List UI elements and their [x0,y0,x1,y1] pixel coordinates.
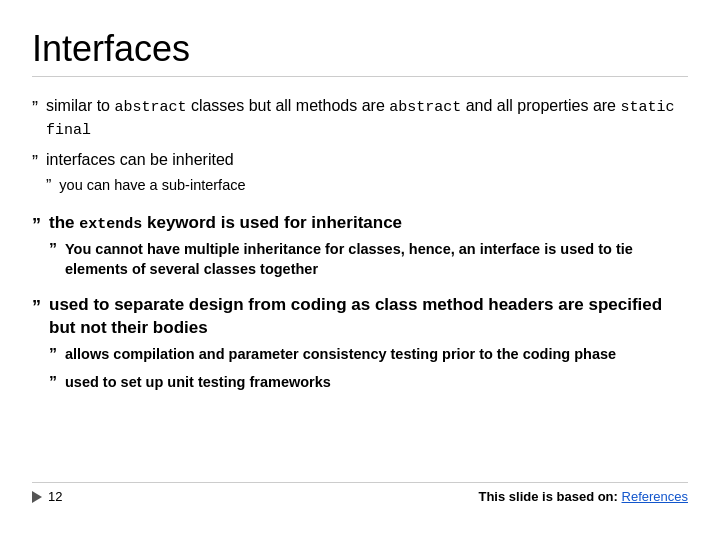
inline-code: extends [79,216,142,233]
sub-bullet-text: used to set up unit testing frameworks [65,372,331,392]
slide-title: Interfaces [32,28,688,77]
list-item: ” used to set up unit testing frameworks [49,372,688,394]
nav-arrow-icon [32,491,42,503]
bullet-text: the extends keyword is used for inherita… [49,212,688,286]
bullet-marker: ” [32,150,38,175]
credits-link[interactable]: References [622,489,688,504]
list-item: ” You cannot have multiple inheritance f… [49,239,688,280]
slide-footer: 12 This slide is based on: References [32,482,688,504]
sub-bullet-marker: ” [49,372,57,394]
footer-credits: This slide is based on: References [478,489,688,504]
slide-content: ” similar to abstract classes but all me… [32,87,688,478]
inline-code: abstract [389,99,461,116]
bullet-marker: ” [32,295,41,319]
inline-code: abstract [114,99,186,116]
footer-left: 12 [32,489,62,504]
bullet-text: interfaces can be inherited ” you can ha… [46,149,246,204]
bullet-marker: ” [32,213,41,237]
sub-bullet-list: ” You cannot have multiple inheritance f… [49,239,688,280]
sub-bullet-list: ” you can have a sub-interface [46,175,246,197]
sub-bullet-text: You cannot have multiple inheritance for… [65,239,688,280]
bullet-text: similar to abstract classes but all meth… [46,95,688,141]
sub-bullet-marker: ” [49,239,57,261]
main-bullet-list: ” similar to abstract classes but all me… [32,95,688,400]
list-item: ” interfaces can be inherited ” you can … [32,149,688,204]
list-item: ” allows compilation and parameter consi… [49,344,688,366]
list-item: ” similar to abstract classes but all me… [32,95,688,141]
bold-text: method headers are specified but not the… [49,295,662,337]
bullet-marker: ” [32,96,38,121]
list-item: ” you can have a sub-interface [46,175,246,197]
slide-container: Interfaces ” similar to abstract classes… [0,0,720,540]
sub-bullet-text: you can have a sub-interface [59,175,245,195]
bullet-text: used to separate design from coding as c… [49,294,688,401]
sub-bullet-list: ” allows compilation and parameter consi… [49,344,688,395]
list-item: ” the extends keyword is used for inheri… [32,212,688,286]
sub-bullet-marker: ” [46,175,51,197]
sub-bullet-text: allows compilation and parameter consist… [65,344,616,364]
list-item: ” used to separate design from coding as… [32,294,688,401]
sub-bullet-marker: ” [49,344,57,366]
credits-prefix: This slide is based on: [478,489,621,504]
page-number: 12 [48,489,62,504]
